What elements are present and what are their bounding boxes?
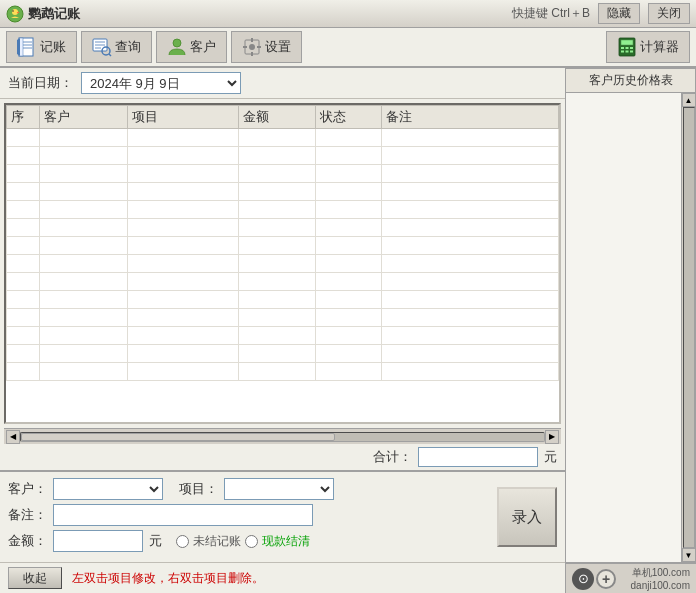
note-form-label: 备注：	[8, 506, 47, 524]
table-row[interactable]	[7, 345, 559, 363]
svg-rect-28	[630, 51, 633, 53]
calculator-label: 计算器	[640, 38, 679, 56]
table-row[interactable]	[7, 291, 559, 309]
logo-icon-area: ⊙ +	[572, 568, 616, 590]
total-input[interactable]	[418, 447, 538, 467]
table-row[interactable]	[7, 183, 559, 201]
col-amount: 金额	[238, 106, 315, 129]
action-hint: 左双击项目修改，右双击项目删除。	[72, 570, 264, 587]
note-input[interactable]	[53, 504, 313, 526]
col-seq: 序	[7, 106, 40, 129]
calculator-button[interactable]: 计算器	[606, 31, 690, 63]
date-select[interactable]: 2024年 9月 9日	[81, 72, 241, 94]
svg-point-1	[12, 9, 18, 15]
table-row[interactable]	[7, 147, 559, 165]
svg-rect-20	[257, 46, 261, 48]
table-row[interactable]	[7, 129, 559, 147]
col-status: 状态	[316, 106, 382, 129]
col-item: 项目	[128, 106, 238, 129]
shortcut-label: 快捷键 Ctrl＋B	[512, 5, 590, 22]
total-unit: 元	[544, 448, 557, 466]
svg-rect-18	[251, 52, 253, 56]
svg-rect-22	[621, 40, 633, 45]
svg-point-14	[173, 39, 181, 47]
close-button[interactable]: 关闭	[648, 3, 690, 24]
settled-radio[interactable]	[245, 535, 258, 548]
svg-rect-26	[621, 51, 624, 53]
query-button[interactable]: 查询	[81, 31, 152, 63]
svg-line-13	[109, 54, 111, 56]
date-label: 当前日期：	[8, 74, 73, 92]
svg-rect-25	[630, 47, 633, 49]
form-fields: 客户： 项目： 备注：	[8, 478, 481, 556]
app-title-text: 鹦鹉记账	[28, 5, 80, 23]
item-select[interactable]	[224, 478, 334, 500]
logo-text-sub: danji100.com	[631, 580, 690, 591]
enter-button-area: 录入	[489, 478, 557, 556]
item-form-label: 项目：	[179, 480, 218, 498]
ledger-button[interactable]: 记账	[6, 31, 77, 63]
table-row[interactable]	[7, 327, 559, 345]
table-row[interactable]	[7, 363, 559, 381]
scroll-down-btn[interactable]: ▼	[682, 548, 696, 562]
settled-label: 现款结清	[262, 533, 310, 550]
main-content: 当前日期： 2024年 9月 9日 序 客户 项目 金额 状态 备注	[0, 68, 696, 593]
settlement-options: 未结记账 现款结清	[176, 533, 310, 550]
title-controls: 快捷键 Ctrl＋B 隐藏 关闭	[512, 3, 690, 24]
ledger-icon	[17, 37, 37, 57]
left-panel: 当前日期： 2024年 9月 9日 序 客户 项目 金额 状态 备注	[0, 68, 566, 593]
settings-button[interactable]: 设置	[231, 31, 302, 63]
svg-rect-27	[626, 51, 629, 53]
settings-label: 设置	[265, 38, 291, 56]
scroll-thumb-h[interactable]	[21, 433, 335, 441]
logo-text-main: 单机100.com	[632, 566, 690, 580]
svg-rect-24	[626, 47, 629, 49]
customer-label: 客户	[190, 38, 216, 56]
vertical-scrollbar[interactable]: ▲ ▼	[681, 93, 695, 562]
app-logo-icon	[6, 5, 24, 23]
table-row[interactable]	[7, 165, 559, 183]
form-row-3: 金额： 元 未结记账 现款结清	[8, 530, 481, 552]
right-panel-content: ▲ ▼	[566, 93, 696, 563]
svg-rect-23	[621, 47, 624, 49]
table-row[interactable]	[7, 237, 559, 255]
amount-unit-label: 元	[149, 532, 162, 550]
customer-select[interactable]	[53, 478, 163, 500]
unsettled-label: 未结记账	[193, 533, 241, 550]
customer-icon	[167, 37, 187, 57]
data-table-container[interactable]: 序 客户 项目 金额 状态 备注	[4, 103, 561, 424]
right-panel-title: 客户历史价格表	[566, 68, 696, 93]
scroll-track-v[interactable]	[683, 107, 695, 548]
table-row[interactable]	[7, 309, 559, 327]
scroll-track-h[interactable]	[20, 432, 545, 442]
title-bar: 鹦鹉记账 快捷键 Ctrl＋B 隐藏 关闭	[0, 0, 696, 28]
table-row[interactable]	[7, 201, 559, 219]
table-row[interactable]	[7, 273, 559, 291]
amount-input[interactable]	[53, 530, 143, 552]
customer-button[interactable]: 客户	[156, 31, 227, 63]
data-table: 序 客户 项目 金额 状态 备注	[6, 105, 559, 381]
svg-rect-19	[243, 46, 247, 48]
form-row-2: 备注：	[8, 504, 481, 526]
table-row[interactable]	[7, 219, 559, 237]
table-row[interactable]	[7, 255, 559, 273]
date-row: 当前日期： 2024年 9月 9日	[0, 68, 565, 99]
form-row-1: 客户： 项目：	[8, 478, 481, 500]
scroll-right-btn[interactable]: ▶	[545, 430, 559, 444]
query-icon	[92, 37, 112, 57]
action-bar: 收起 左双击项目修改，右双击项目删除。	[0, 562, 565, 593]
svg-rect-17	[251, 38, 253, 42]
customer-form-label: 客户：	[8, 480, 47, 498]
collapse-button[interactable]: 收起	[8, 567, 62, 589]
calculator-icon	[617, 37, 637, 57]
scroll-left-btn[interactable]: ◀	[6, 430, 20, 444]
unsettled-radio[interactable]	[176, 535, 189, 548]
horizontal-scrollbar[interactable]: ◀ ▶	[4, 428, 561, 444]
logo-circle-icon: ⊙	[572, 568, 594, 590]
hide-button[interactable]: 隐藏	[598, 3, 640, 24]
col-customer: 客户	[40, 106, 128, 129]
scroll-up-btn[interactable]: ▲	[682, 93, 696, 107]
enter-button[interactable]: 录入	[497, 487, 557, 547]
bottom-form: 客户： 项目： 备注：	[0, 470, 565, 562]
svg-point-2	[12, 10, 14, 12]
